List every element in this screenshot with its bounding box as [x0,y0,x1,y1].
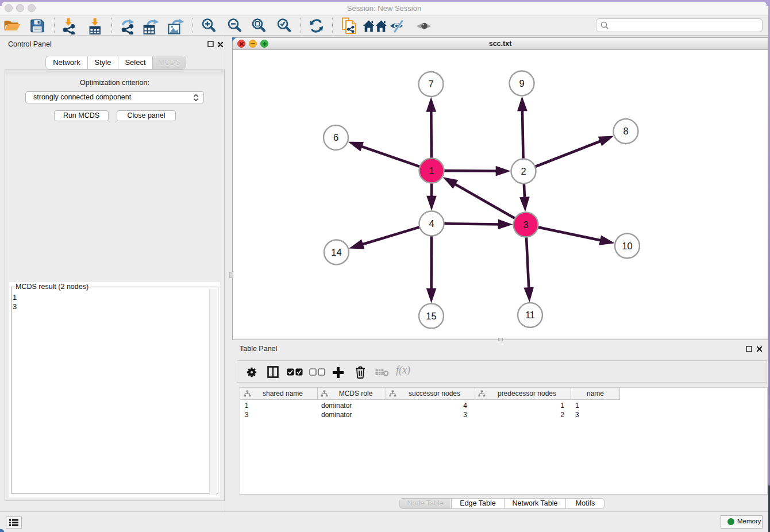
svg-text:10: 10 [622,241,632,251]
svg-text:7: 7 [428,79,433,89]
svg-text:9: 9 [519,78,524,88]
svg-text:2: 2 [521,166,526,176]
svg-text:8: 8 [623,126,628,136]
svg-text:11: 11 [525,310,535,320]
svg-text:4: 4 [429,218,434,229]
svg-text:1: 1 [429,165,434,176]
svg-text:15: 15 [426,311,436,321]
svg-text:3: 3 [523,219,528,230]
svg-text:14: 14 [331,247,341,257]
svg-text:6: 6 [333,132,338,142]
